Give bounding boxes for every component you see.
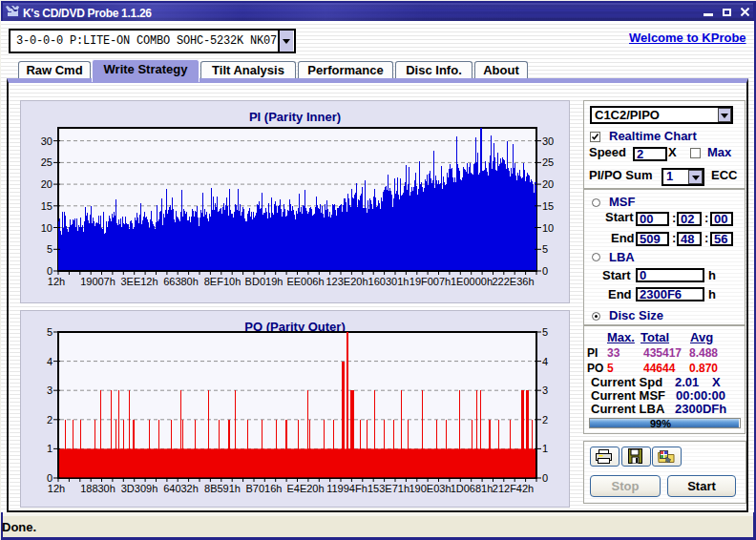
- svg-text:3: 3: [542, 384, 548, 396]
- svg-text:160301h: 160301h: [368, 276, 410, 287]
- svg-text:30: 30: [41, 135, 52, 147]
- svg-text:25: 25: [542, 156, 554, 168]
- svg-text:3D309h: 3D309h: [121, 483, 158, 494]
- svg-text:5: 5: [47, 326, 52, 338]
- svg-text:B7016h: B7016h: [246, 483, 283, 494]
- svg-text:3EE12h: 3EE12h: [120, 276, 158, 287]
- svg-text:4: 4: [542, 356, 548, 367]
- svg-text:123E20h: 123E20h: [326, 276, 368, 287]
- svg-text:20: 20: [41, 178, 52, 190]
- svg-text:190E03h: 190E03h: [409, 483, 451, 494]
- svg-text:10: 10: [41, 222, 52, 234]
- svg-text:PI (Parity Inner): PI (Parity Inner): [249, 110, 341, 124]
- svg-text:5: 5: [47, 243, 52, 255]
- svg-text:222E36h: 222E36h: [492, 276, 534, 287]
- svg-text:1: 1: [542, 443, 548, 454]
- svg-text:0: 0: [542, 472, 548, 484]
- svg-text:2: 2: [47, 414, 52, 426]
- svg-text:2: 2: [542, 414, 548, 426]
- svg-text:12h: 12h: [48, 483, 65, 494]
- svg-text:0: 0: [542, 265, 548, 277]
- svg-text:BD019h: BD019h: [245, 276, 284, 287]
- svg-text:20: 20: [542, 178, 554, 190]
- svg-text:12h: 12h: [48, 276, 65, 287]
- svg-text:15: 15: [542, 200, 554, 212]
- svg-text:8B591h: 8B591h: [204, 483, 241, 494]
- svg-text:25: 25: [41, 156, 52, 168]
- svg-text:5: 5: [542, 326, 548, 338]
- svg-text:1D0681h: 1D0681h: [451, 483, 494, 494]
- svg-text:4: 4: [47, 356, 52, 367]
- svg-text:8EF10h: 8EF10h: [204, 276, 242, 287]
- svg-text:5: 5: [542, 243, 548, 255]
- svg-text:3: 3: [47, 384, 52, 396]
- svg-text:11994Fh: 11994Fh: [326, 483, 368, 494]
- svg-text:1E0000h: 1E0000h: [451, 276, 493, 287]
- svg-text:30: 30: [542, 135, 554, 147]
- svg-text:E4E20h: E4E20h: [286, 483, 324, 494]
- svg-text:64032h: 64032h: [163, 483, 199, 494]
- svg-text:212F42h: 212F42h: [493, 483, 534, 494]
- svg-text:15: 15: [41, 200, 52, 212]
- svg-text:19007h: 19007h: [80, 276, 116, 287]
- svg-text:153E71h: 153E71h: [368, 483, 410, 494]
- svg-text:66380h: 66380h: [163, 276, 199, 287]
- svg-text:19F007h: 19F007h: [410, 276, 451, 287]
- svg-text:1: 1: [47, 443, 52, 454]
- svg-text:18830h: 18830h: [80, 483, 116, 494]
- svg-text:EE006h: EE006h: [286, 276, 324, 287]
- svg-text:10: 10: [542, 222, 554, 234]
